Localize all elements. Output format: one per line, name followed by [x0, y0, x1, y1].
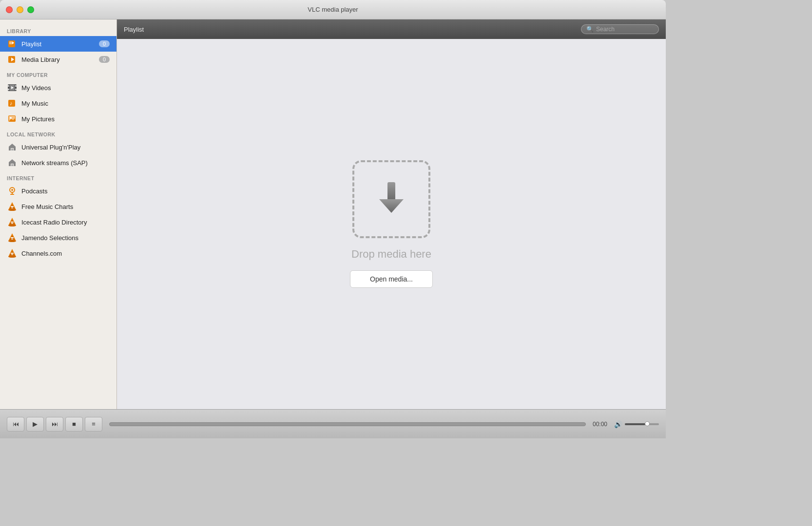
drop-label: Drop media here [351, 248, 431, 261]
playlist-count: 0 [99, 40, 110, 47]
svg-marker-47 [379, 199, 404, 213]
playlist-icon [7, 38, 18, 49]
sidebar-item-jamendo[interactable]: Jamendo Selections [0, 230, 116, 245]
music-note-icon: ♪ [7, 98, 18, 109]
play-icon: ▶ [33, 420, 38, 428]
close-button[interactable] [6, 6, 13, 13]
svg-rect-34 [11, 222, 14, 223]
my-music-label: My Music [21, 100, 48, 107]
svg-point-28 [8, 209, 16, 211]
open-media-button[interactable]: Open media... [350, 270, 433, 288]
svg-rect-44 [11, 253, 14, 254]
drop-circle [352, 160, 430, 238]
volume-track[interactable] [625, 423, 659, 425]
section-header-library: LIBRARY [0, 23, 116, 36]
vlc-cone-jamendo-icon [7, 232, 18, 243]
svg-rect-1 [9, 41, 12, 44]
free-music-charts-label: Free Music Charts [21, 203, 73, 210]
icecast-label: Icecast Radio Directory [21, 219, 87, 226]
svg-rect-9 [15, 89, 17, 90]
search-icon: 🔍 [586, 26, 594, 33]
podcasts-label: Podcasts [21, 188, 47, 195]
forward-button[interactable]: ⏭ [46, 417, 63, 432]
svg-rect-35 [11, 223, 13, 224]
svg-rect-19 [11, 149, 13, 150]
svg-rect-46 [387, 182, 395, 202]
playlist-toggle-button[interactable]: ≡ [85, 417, 102, 432]
my-videos-label: My Videos [21, 84, 51, 92]
sidebar-item-my-pictures[interactable]: My Pictures [0, 111, 116, 127]
drop-arrow-icon [377, 180, 406, 219]
sidebar-item-media-library[interactable]: Media Library 0 [0, 52, 116, 67]
sidebar-item-playlist[interactable]: Playlist 0 [0, 36, 116, 52]
title-bar: VLC media player [0, 0, 666, 19]
svg-rect-30 [11, 207, 13, 208]
podcast-icon [7, 186, 18, 196]
volume-section: 🔊 [614, 420, 659, 428]
drop-zone: Drop media here Open media... [117, 39, 666, 409]
section-header-my-computer: MY COMPUTER [0, 67, 116, 80]
rewind-button[interactable]: ⏮ [7, 417, 24, 432]
svg-text:♪: ♪ [10, 100, 13, 106]
svg-rect-8 [15, 85, 17, 87]
progress-track[interactable] [109, 422, 586, 426]
svg-rect-39 [11, 237, 14, 238]
picture-icon [7, 113, 18, 124]
sidebar-item-upnp[interactable]: Universal Plug'n'Play [0, 139, 116, 155]
play-button[interactable]: ▶ [26, 417, 44, 432]
sidebar-item-network-streams[interactable]: Network streams (SAP) [0, 155, 116, 170]
svg-rect-21 [11, 164, 13, 166]
upnp-label: Universal Plug'n'Play [21, 144, 80, 151]
app-body: LIBRARY Playlist 0 Media Library 0 [0, 19, 666, 409]
sidebar-item-podcasts[interactable]: Podcasts [0, 183, 116, 199]
search-input[interactable] [596, 26, 655, 33]
vlc-cone-channels-icon [7, 248, 18, 259]
main-content: Playlist 🔍 Dro [117, 19, 666, 409]
stop-button[interactable]: ■ [65, 417, 83, 432]
maximize-button[interactable] [27, 6, 34, 13]
svg-point-23 [11, 189, 13, 191]
media-library-label: Media Library [21, 56, 60, 63]
jamendo-label: Jamendo Selections [21, 234, 78, 242]
section-header-local-network: LOCAL NETWORK [0, 127, 116, 139]
sidebar-item-free-music-charts[interactable]: Free Music Charts [0, 199, 116, 214]
sidebar-item-icecast[interactable]: Icecast Radio Directory [0, 214, 116, 230]
minimize-button[interactable] [17, 6, 23, 13]
svg-rect-40 [11, 239, 13, 240]
sidebar-item-my-videos[interactable]: My Videos [0, 80, 116, 95]
network-streams-label: Network streams (SAP) [21, 159, 88, 167]
house-network-icon [7, 157, 18, 168]
controls-bar: ⏮ ▶ ⏭ ■ ≡ 00:00 🔊 [0, 409, 666, 438]
svg-point-16 [10, 117, 12, 119]
svg-rect-45 [11, 254, 13, 255]
svg-point-38 [8, 240, 16, 242]
vlc-cone-free-music-icon [7, 201, 18, 212]
svg-rect-7 [8, 89, 9, 90]
volume-knob[interactable] [645, 421, 650, 426]
media-library-icon [7, 54, 18, 65]
search-box[interactable]: 🔍 [581, 24, 659, 34]
my-pictures-label: My Pictures [21, 115, 55, 123]
channels-label: Channels.com [21, 250, 62, 257]
time-display: 00:00 [593, 421, 612, 428]
media-library-count: 0 [99, 56, 110, 63]
forward-icon: ⏭ [52, 420, 58, 428]
volume-fill [625, 423, 645, 425]
svg-rect-29 [11, 206, 14, 207]
svg-rect-6 [8, 85, 9, 87]
stop-icon: ■ [72, 420, 76, 428]
volume-icon: 🔊 [614, 420, 622, 428]
rewind-icon: ⏮ [13, 420, 19, 428]
sidebar: LIBRARY Playlist 0 Media Library 0 [0, 19, 117, 409]
house-upnp-icon [7, 142, 18, 152]
playlist-lines-icon: ≡ [92, 420, 96, 428]
sidebar-item-my-music[interactable]: ♪ My Music [0, 95, 116, 111]
sidebar-item-channels[interactable]: Channels.com [0, 245, 116, 261]
section-header-internet: INTERNET [0, 170, 116, 183]
svg-point-43 [8, 256, 16, 258]
vlc-cone-icecast-icon [7, 217, 18, 227]
film-icon [7, 82, 18, 93]
svg-point-33 [8, 225, 16, 226]
window-title: VLC media player [308, 6, 358, 13]
playlist-header: Playlist 🔍 [117, 19, 666, 39]
